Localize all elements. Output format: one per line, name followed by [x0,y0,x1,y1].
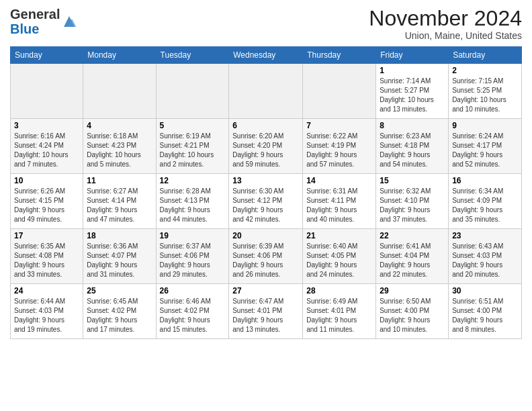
day-info: Sunrise: 6:49 AM Sunset: 4:01 PM Dayligh… [306,297,372,334]
day-info: Sunrise: 6:50 AM Sunset: 4:00 PM Dayligh… [380,297,445,334]
day-number: 14 [306,176,372,185]
table-row: 20Sunrise: 6:39 AM Sunset: 4:06 PM Dayli… [229,229,303,284]
day-info: Sunrise: 6:20 AM Sunset: 4:20 PM Dayligh… [232,132,299,169]
table-row: 8Sunrise: 6:23 AM Sunset: 4:18 PM Daylig… [376,119,449,174]
table-row: 9Sunrise: 6:24 AM Sunset: 4:17 PM Daylig… [449,119,522,174]
day-info: Sunrise: 6:35 AM Sunset: 4:08 PM Dayligh… [14,242,79,279]
day-number: 9 [452,121,518,130]
day-number: 24 [14,286,79,295]
table-row: 13Sunrise: 6:30 AM Sunset: 4:12 PM Dayli… [229,174,303,229]
day-number: 12 [160,176,226,185]
table-row: 26Sunrise: 6:46 AM Sunset: 4:02 PM Dayli… [156,284,229,339]
col-sunday: Sunday [11,47,83,64]
col-wednesday: Wednesday [229,47,303,64]
table-row: 21Sunrise: 6:40 AM Sunset: 4:05 PM Dayli… [303,229,376,284]
day-number: 27 [232,286,299,295]
day-info: Sunrise: 6:18 AM Sunset: 4:23 PM Dayligh… [87,132,152,169]
day-info: Sunrise: 7:14 AM Sunset: 5:27 PM Dayligh… [380,77,445,114]
day-info: Sunrise: 6:41 AM Sunset: 4:04 PM Dayligh… [380,242,445,279]
table-row: 14Sunrise: 6:31 AM Sunset: 4:11 PM Dayli… [303,174,376,229]
day-info: Sunrise: 6:16 AM Sunset: 4:24 PM Dayligh… [14,132,79,169]
table-row: 15Sunrise: 6:32 AM Sunset: 4:10 PM Dayli… [376,174,449,229]
day-info: Sunrise: 6:31 AM Sunset: 4:11 PM Dayligh… [306,187,372,224]
day-number: 19 [160,231,226,240]
day-info: Sunrise: 7:15 AM Sunset: 5:25 PM Dayligh… [452,77,518,114]
day-number: 16 [452,176,518,185]
day-number: 29 [380,286,445,295]
day-number: 18 [87,231,152,240]
day-number: 25 [87,286,152,295]
calendar-week-row: 3Sunrise: 6:16 AM Sunset: 4:24 PM Daylig… [11,119,522,174]
day-number: 20 [232,231,299,240]
calendar-week-row: 10Sunrise: 6:26 AM Sunset: 4:15 PM Dayli… [11,174,522,229]
table-row: 24Sunrise: 6:44 AM Sunset: 4:03 PM Dayli… [11,284,83,339]
day-number: 30 [452,286,518,295]
table-row: 28Sunrise: 6:49 AM Sunset: 4:01 PM Dayli… [303,284,376,339]
day-number: 13 [232,176,299,185]
day-info: Sunrise: 6:24 AM Sunset: 4:17 PM Dayligh… [452,132,518,169]
table-row [11,64,83,119]
table-row: 1Sunrise: 7:14 AM Sunset: 5:27 PM Daylig… [376,64,449,119]
day-info: Sunrise: 6:47 AM Sunset: 4:01 PM Dayligh… [232,297,299,334]
day-info: Sunrise: 6:40 AM Sunset: 4:05 PM Dayligh… [306,242,372,279]
table-row: 23Sunrise: 6:43 AM Sunset: 4:03 PM Dayli… [449,229,522,284]
day-number: 10 [14,176,79,185]
table-row: 2Sunrise: 7:15 AM Sunset: 5:25 PM Daylig… [449,64,522,119]
table-row: 29Sunrise: 6:50 AM Sunset: 4:00 PM Dayli… [376,284,449,339]
col-friday: Friday [376,47,449,64]
day-info: Sunrise: 6:46 AM Sunset: 4:02 PM Dayligh… [160,297,226,334]
table-row: 6Sunrise: 6:20 AM Sunset: 4:20 PM Daylig… [229,119,303,174]
day-info: Sunrise: 6:43 AM Sunset: 4:03 PM Dayligh… [452,242,518,279]
calendar-week-row: 1Sunrise: 7:14 AM Sunset: 5:27 PM Daylig… [11,64,522,119]
table-row: 5Sunrise: 6:19 AM Sunset: 4:21 PM Daylig… [156,119,229,174]
page-header: General Blue November 2024 Union, Maine,… [10,7,522,41]
day-info: Sunrise: 6:45 AM Sunset: 4:02 PM Dayligh… [87,297,152,334]
page-container: General Blue November 2024 Union, Maine,… [0,0,532,342]
day-number: 26 [160,286,226,295]
day-info: Sunrise: 6:34 AM Sunset: 4:09 PM Dayligh… [452,187,518,224]
day-number: 23 [452,231,518,240]
calendar-header-row: Sunday Monday Tuesday Wednesday Thursday… [11,47,522,64]
logo-icon [61,13,77,30]
day-info: Sunrise: 6:30 AM Sunset: 4:12 PM Dayligh… [232,187,299,224]
day-number: 8 [380,121,445,130]
logo: General Blue [10,7,77,36]
day-number: 22 [380,231,445,240]
logo-blue: Blue [10,21,39,36]
table-row [303,64,376,119]
table-row: 12Sunrise: 6:28 AM Sunset: 4:13 PM Dayli… [156,174,229,229]
day-info: Sunrise: 6:26 AM Sunset: 4:15 PM Dayligh… [14,187,79,224]
table-row: 4Sunrise: 6:18 AM Sunset: 4:23 PM Daylig… [83,119,156,174]
table-row: 17Sunrise: 6:35 AM Sunset: 4:08 PM Dayli… [11,229,83,284]
logo-text: General Blue [10,7,77,36]
table-row: 25Sunrise: 6:45 AM Sunset: 4:02 PM Dayli… [83,284,156,339]
col-tuesday: Tuesday [156,47,229,64]
day-info: Sunrise: 6:37 AM Sunset: 4:06 PM Dayligh… [160,242,226,279]
table-row [229,64,303,119]
day-info: Sunrise: 6:39 AM Sunset: 4:06 PM Dayligh… [232,242,299,279]
table-row: 18Sunrise: 6:36 AM Sunset: 4:07 PM Dayli… [83,229,156,284]
day-number: 7 [306,121,372,130]
calendar-table: Sunday Monday Tuesday Wednesday Thursday… [10,46,522,339]
table-row: 11Sunrise: 6:27 AM Sunset: 4:14 PM Dayli… [83,174,156,229]
day-info: Sunrise: 6:19 AM Sunset: 4:21 PM Dayligh… [160,132,226,169]
col-saturday: Saturday [449,47,522,64]
col-monday: Monday [83,47,156,64]
day-info: Sunrise: 6:36 AM Sunset: 4:07 PM Dayligh… [87,242,152,279]
day-number: 17 [14,231,79,240]
day-info: Sunrise: 6:27 AM Sunset: 4:14 PM Dayligh… [87,187,152,224]
day-number: 1 [380,66,445,75]
day-info: Sunrise: 6:28 AM Sunset: 4:13 PM Dayligh… [160,187,226,224]
day-number: 11 [87,176,152,185]
col-thursday: Thursday [303,47,376,64]
day-info: Sunrise: 6:23 AM Sunset: 4:18 PM Dayligh… [380,132,445,169]
title-block: November 2024 Union, Maine, United State… [369,7,522,41]
location: Union, Maine, United States [369,30,522,41]
table-row: 10Sunrise: 6:26 AM Sunset: 4:15 PM Dayli… [11,174,83,229]
calendar-week-row: 24Sunrise: 6:44 AM Sunset: 4:03 PM Dayli… [11,284,522,339]
table-row: 22Sunrise: 6:41 AM Sunset: 4:04 PM Dayli… [376,229,449,284]
table-row: 16Sunrise: 6:34 AM Sunset: 4:09 PM Dayli… [449,174,522,229]
day-number: 15 [380,176,445,185]
month-title: November 2024 [369,7,522,30]
table-row: 30Sunrise: 6:51 AM Sunset: 4:00 PM Dayli… [449,284,522,339]
